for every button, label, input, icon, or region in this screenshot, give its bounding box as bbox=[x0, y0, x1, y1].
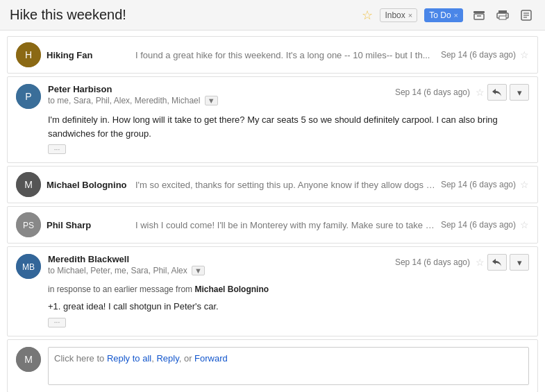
svg-rect-5 bbox=[499, 16, 506, 19]
message-meta: Sep 14 (6 days ago) ☆ bbox=[441, 49, 529, 60]
star-button[interactable]: ☆ bbox=[476, 257, 485, 268]
avatar: PS bbox=[16, 212, 41, 237]
sender-name: Hiking Fan bbox=[47, 50, 130, 60]
star-button[interactable]: ☆ bbox=[520, 179, 529, 190]
recipients-text: to Michael, Peter, me, Sara, Phil, Alex bbox=[48, 266, 187, 275]
message-list: H Hiking Fan I found a great hike for th… bbox=[0, 36, 545, 392]
star-button[interactable]: ☆ bbox=[476, 87, 485, 98]
sender-name: Peter Harbison bbox=[48, 84, 112, 94]
thread-header: Hike this weekend! ☆ Inbox × To Do × bbox=[0, 0, 545, 31]
message-body: I'm definitely in. How long will it take… bbox=[8, 113, 537, 162]
reply-box[interactable]: Click here to Reply to all, Reply, or Fo… bbox=[48, 347, 529, 385]
message-item[interactable]: PS Phil Sharp I wish I could come! I'll … bbox=[7, 206, 538, 244]
message-date: Sep 14 (6 days ago) bbox=[395, 87, 470, 97]
reply-prompt-text: Click here to bbox=[54, 353, 107, 364]
header-icons bbox=[470, 8, 535, 23]
message-item[interactable]: M Michael Bolognino I'm so excited, than… bbox=[7, 166, 538, 203]
sender-name: Phil Sharp bbox=[47, 220, 130, 230]
reply-area: M Click here to Reply to all, Reply, or … bbox=[7, 339, 538, 393]
more-actions-button[interactable]: ▾ bbox=[510, 254, 529, 271]
svg-text:MB: MB bbox=[22, 262, 35, 272]
message-date: Sep 14 (6 days ago) bbox=[441, 220, 516, 230]
sender-name: Michael Bolognino bbox=[47, 180, 130, 190]
message-meta: Sep 14 (6 days ago) ☆ bbox=[441, 179, 529, 190]
message-snippet: I found a great hike for this weekend. I… bbox=[135, 50, 435, 60]
message-date: Sep 14 (6 days ago) bbox=[441, 180, 516, 189]
message-actions: Sep 14 (6 days ago) ☆ ▾ bbox=[395, 84, 529, 101]
message-snippet: I wish I could come! I'll be in Monterey… bbox=[135, 220, 435, 230]
svg-text:P: P bbox=[25, 91, 31, 102]
forward-link[interactable]: Forward bbox=[194, 353, 228, 364]
sender-info: Peter Harbison to me, Sara, Phil, Alex, … bbox=[48, 84, 388, 105]
avatar: MB bbox=[16, 254, 41, 279]
avatar: M bbox=[16, 347, 41, 372]
reply-or-text: , or bbox=[179, 353, 194, 364]
message-item: MB Meredith Blackwell to Michael, Peter,… bbox=[7, 246, 538, 336]
label-inbox-text: Inbox bbox=[385, 10, 405, 20]
star-button[interactable]: ☆ bbox=[520, 219, 529, 230]
ellipsis-button[interactable]: ··· bbox=[48, 318, 66, 327]
more-actions-button[interactable]: ▾ bbox=[510, 84, 529, 101]
message-item[interactable]: H Hiking Fan I found a great hike for th… bbox=[7, 36, 538, 74]
message-date: Sep 14 (6 days ago) bbox=[395, 257, 470, 267]
reply-link[interactable]: Reply bbox=[156, 353, 178, 364]
message-date: Sep 14 (6 days ago) bbox=[441, 50, 516, 60]
sender-info: Meredith Blackwell to Michael, Peter, me… bbox=[48, 254, 388, 275]
star-button[interactable]: ☆ bbox=[520, 49, 529, 60]
avatar: P bbox=[16, 84, 41, 109]
svg-text:PS: PS bbox=[23, 221, 34, 230]
svg-text:H: H bbox=[25, 49, 32, 60]
svg-text:M: M bbox=[24, 179, 33, 190]
title-star-icon: ☆ bbox=[362, 8, 373, 23]
label-todo[interactable]: To Do × bbox=[424, 8, 463, 22]
svg-rect-1 bbox=[474, 14, 484, 19]
label-inbox[interactable]: Inbox × bbox=[380, 8, 417, 22]
message-meta: Sep 14 (6 days ago) ☆ bbox=[441, 219, 529, 230]
svg-text:M: M bbox=[24, 354, 33, 365]
label-inbox-close[interactable]: × bbox=[408, 11, 412, 19]
reply-button[interactable] bbox=[487, 254, 507, 271]
in-response-line: in response to an earlier message from M… bbox=[48, 283, 529, 296]
reply-button[interactable] bbox=[487, 84, 507, 101]
more-options-button[interactable] bbox=[517, 8, 535, 23]
print-button[interactable] bbox=[494, 8, 512, 23]
expand-recipients-btn[interactable]: ▼ bbox=[192, 266, 205, 275]
message-text: +1. great idea! I call shotgun in Peter'… bbox=[48, 300, 529, 314]
recipients-row: to me, Sara, Phil, Alex, Meredith, Micha… bbox=[48, 96, 388, 105]
thread-title: Hike this weekend! bbox=[10, 7, 355, 23]
ellipsis-button[interactable]: ··· bbox=[48, 144, 66, 154]
message-actions: Sep 14 (6 days ago) ☆ ▾ bbox=[395, 254, 529, 271]
avatar: M bbox=[16, 172, 41, 197]
message-body: in response to an earlier message from M… bbox=[8, 283, 537, 336]
label-todo-close[interactable]: × bbox=[454, 11, 458, 19]
message-text: I'm definitely in. How long will it take… bbox=[48, 113, 529, 140]
email-thread: Hike this weekend! ☆ Inbox × To Do × bbox=[0, 0, 545, 392]
svg-rect-0 bbox=[473, 11, 485, 13]
sender-name: Meredith Blackwell bbox=[48, 254, 129, 264]
archive-button[interactable] bbox=[470, 8, 488, 23]
message-snippet: I'm so excited, thanks for setting this … bbox=[135, 180, 435, 190]
reply-all-link[interactable]: Reply to all bbox=[107, 353, 151, 364]
expand-recipients-btn[interactable]: ▼ bbox=[205, 96, 218, 105]
label-todo-text: To Do bbox=[429, 10, 451, 20]
message-item: P Peter Harbison to me, Sara, Phil, Alex… bbox=[7, 76, 538, 163]
svg-point-6 bbox=[505, 14, 507, 15]
recipients-text: to me, Sara, Phil, Alex, Meredith, Micha… bbox=[48, 96, 200, 105]
in-response-sender: Michael Bolognino bbox=[194, 284, 269, 294]
avatar: H bbox=[16, 42, 41, 67]
recipients-row: to Michael, Peter, me, Sara, Phil, Alex … bbox=[48, 266, 388, 275]
